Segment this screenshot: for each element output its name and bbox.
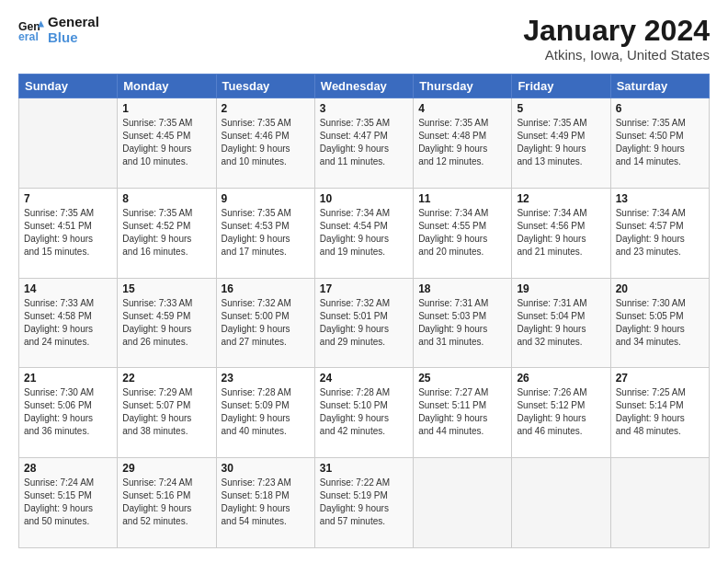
day-number: 16 — [222, 282, 310, 295]
day-number: 22 — [122, 372, 210, 385]
day-number: 7 — [24, 192, 112, 205]
day-info: Sunrise: 7:27 AMSunset: 5:11 PMDaylight:… — [418, 386, 506, 438]
calendar-cell: 1Sunrise: 7:35 AMSunset: 4:45 PMDaylight… — [118, 98, 216, 189]
calendar-cell: 18Sunrise: 7:31 AMSunset: 5:03 PMDayligh… — [414, 278, 512, 368]
weekday-header-tuesday: Tuesday — [216, 75, 314, 98]
calendar-cell: 13Sunrise: 7:34 AMSunset: 4:57 PMDayligh… — [610, 188, 709, 278]
calendar-cell — [610, 458, 709, 548]
calendar-cell: 30Sunrise: 7:23 AMSunset: 5:18 PMDayligh… — [216, 458, 314, 548]
title-block: January 2024 Atkins, Iowa, United States — [523, 15, 710, 63]
day-number: 19 — [517, 282, 605, 295]
day-info: Sunrise: 7:28 AMSunset: 5:09 PMDaylight:… — [222, 386, 310, 438]
day-info: Sunrise: 7:22 AMSunset: 5:19 PMDaylight:… — [320, 477, 408, 528]
week-row-4: 28Sunrise: 7:24 AMSunset: 5:15 PMDayligh… — [19, 458, 710, 548]
day-number: 9 — [222, 192, 310, 205]
day-info: Sunrise: 7:35 AMSunset: 4:48 PMDaylight:… — [418, 117, 506, 168]
day-number: 31 — [320, 462, 408, 475]
day-info: Sunrise: 7:34 AMSunset: 4:56 PMDaylight:… — [517, 207, 605, 259]
calendar-cell: 19Sunrise: 7:31 AMSunset: 5:04 PMDayligh… — [512, 278, 610, 368]
calendar-cell: 24Sunrise: 7:28 AMSunset: 5:10 PMDayligh… — [314, 368, 413, 458]
day-info: Sunrise: 7:32 AMSunset: 5:01 PMDaylight:… — [320, 297, 408, 349]
day-info: Sunrise: 7:34 AMSunset: 4:54 PMDaylight:… — [320, 207, 408, 259]
calendar-cell: 29Sunrise: 7:24 AMSunset: 5:16 PMDayligh… — [118, 458, 216, 548]
day-number: 26 — [517, 372, 605, 385]
week-row-3: 21Sunrise: 7:30 AMSunset: 5:06 PMDayligh… — [19, 368, 710, 458]
calendar-cell: 28Sunrise: 7:24 AMSunset: 5:15 PMDayligh… — [19, 458, 118, 548]
calendar-cell: 3Sunrise: 7:35 AMSunset: 4:47 PMDaylight… — [314, 98, 413, 189]
header: Gen eral General Blue January 2024 Atkin… — [18, 15, 710, 63]
calendar-cell: 6Sunrise: 7:35 AMSunset: 4:50 PMDaylight… — [610, 98, 709, 189]
calendar-cell: 16Sunrise: 7:32 AMSunset: 5:00 PMDayligh… — [216, 278, 314, 368]
day-info: Sunrise: 7:33 AMSunset: 4:59 PMDaylight:… — [122, 297, 210, 349]
day-info: Sunrise: 7:29 AMSunset: 5:07 PMDaylight:… — [122, 386, 210, 438]
calendar-table: SundayMondayTuesdayWednesdayThursdayFrid… — [18, 74, 710, 548]
day-info: Sunrise: 7:30 AMSunset: 5:06 PMDaylight:… — [24, 386, 112, 438]
calendar-cell: 26Sunrise: 7:26 AMSunset: 5:12 PMDayligh… — [512, 368, 610, 458]
calendar-cell: 14Sunrise: 7:33 AMSunset: 4:58 PMDayligh… — [19, 278, 118, 368]
location-title: Atkins, Iowa, United States — [523, 47, 710, 63]
calendar-cell: 22Sunrise: 7:29 AMSunset: 5:07 PMDayligh… — [118, 368, 216, 458]
day-number: 2 — [222, 102, 310, 115]
day-info: Sunrise: 7:31 AMSunset: 5:04 PMDaylight:… — [517, 297, 605, 349]
svg-text:eral: eral — [18, 30, 39, 43]
day-number: 3 — [320, 102, 408, 115]
day-number: 17 — [320, 282, 408, 295]
day-number: 5 — [517, 102, 605, 115]
day-info: Sunrise: 7:34 AMSunset: 4:55 PMDaylight:… — [418, 207, 506, 259]
day-number: 27 — [616, 372, 704, 385]
week-row-1: 7Sunrise: 7:35 AMSunset: 4:51 PMDaylight… — [19, 188, 710, 278]
day-number: 20 — [616, 282, 704, 295]
day-number: 13 — [616, 192, 704, 205]
day-info: Sunrise: 7:35 AMSunset: 4:46 PMDaylight:… — [222, 117, 310, 168]
day-info: Sunrise: 7:23 AMSunset: 5:18 PMDaylight:… — [222, 477, 310, 528]
calendar-cell: 4Sunrise: 7:35 AMSunset: 4:48 PMDaylight… — [414, 98, 512, 189]
day-number: 6 — [616, 102, 704, 115]
day-info: Sunrise: 7:31 AMSunset: 5:03 PMDaylight:… — [418, 297, 506, 349]
calendar-cell: 31Sunrise: 7:22 AMSunset: 5:19 PMDayligh… — [314, 458, 413, 548]
week-row-0: 1Sunrise: 7:35 AMSunset: 4:45 PMDaylight… — [19, 98, 710, 189]
weekday-header-thursday: Thursday — [414, 75, 512, 98]
logo: Gen eral General Blue — [18, 15, 99, 45]
day-info: Sunrise: 7:34 AMSunset: 4:57 PMDaylight:… — [616, 207, 704, 259]
day-number: 28 — [24, 462, 112, 475]
calendar-cell — [19, 98, 118, 189]
week-row-2: 14Sunrise: 7:33 AMSunset: 4:58 PMDayligh… — [19, 278, 710, 368]
day-number: 29 — [122, 462, 210, 475]
calendar-cell: 23Sunrise: 7:28 AMSunset: 5:09 PMDayligh… — [216, 368, 314, 458]
weekday-header-monday: Monday — [118, 75, 216, 98]
day-number: 4 — [418, 102, 506, 115]
day-info: Sunrise: 7:35 AMSunset: 4:52 PMDaylight:… — [122, 207, 210, 259]
day-info: Sunrise: 7:35 AMSunset: 4:50 PMDaylight:… — [616, 117, 704, 168]
day-number: 14 — [24, 282, 112, 295]
day-number: 30 — [222, 462, 310, 475]
calendar-cell: 7Sunrise: 7:35 AMSunset: 4:51 PMDaylight… — [19, 188, 118, 278]
calendar-cell — [414, 458, 512, 548]
day-number: 1 — [122, 102, 210, 115]
day-number: 12 — [517, 192, 605, 205]
day-info: Sunrise: 7:25 AMSunset: 5:14 PMDaylight:… — [616, 386, 704, 438]
day-number: 18 — [418, 282, 506, 295]
day-info: Sunrise: 7:33 AMSunset: 4:58 PMDaylight:… — [24, 297, 112, 349]
calendar-cell: 27Sunrise: 7:25 AMSunset: 5:14 PMDayligh… — [610, 368, 709, 458]
day-number: 10 — [320, 192, 408, 205]
day-info: Sunrise: 7:32 AMSunset: 5:00 PMDaylight:… — [222, 297, 310, 349]
day-info: Sunrise: 7:35 AMSunset: 4:47 PMDaylight:… — [320, 117, 408, 168]
calendar-cell: 5Sunrise: 7:35 AMSunset: 4:49 PMDaylight… — [512, 98, 610, 189]
calendar-cell: 21Sunrise: 7:30 AMSunset: 5:06 PMDayligh… — [19, 368, 118, 458]
calendar-cell — [512, 458, 610, 548]
day-info: Sunrise: 7:35 AMSunset: 4:51 PMDaylight:… — [24, 207, 112, 259]
calendar-cell: 25Sunrise: 7:27 AMSunset: 5:11 PMDayligh… — [414, 368, 512, 458]
day-info: Sunrise: 7:24 AMSunset: 5:15 PMDaylight:… — [24, 477, 112, 528]
calendar-cell: 12Sunrise: 7:34 AMSunset: 4:56 PMDayligh… — [512, 188, 610, 278]
calendar-cell: 11Sunrise: 7:34 AMSunset: 4:55 PMDayligh… — [414, 188, 512, 278]
weekday-header-saturday: Saturday — [610, 75, 709, 98]
day-info: Sunrise: 7:35 AMSunset: 4:49 PMDaylight:… — [517, 117, 605, 168]
day-info: Sunrise: 7:35 AMSunset: 4:53 PMDaylight:… — [222, 207, 310, 259]
weekday-header-wednesday: Wednesday — [314, 75, 413, 98]
day-info: Sunrise: 7:26 AMSunset: 5:12 PMDaylight:… — [517, 386, 605, 438]
calendar-page: Gen eral General Blue January 2024 Atkin… — [0, 0, 728, 563]
day-number: 25 — [418, 372, 506, 385]
day-number: 8 — [122, 192, 210, 205]
logo-blue: Blue — [48, 30, 99, 46]
day-info: Sunrise: 7:28 AMSunset: 5:10 PMDaylight:… — [320, 386, 408, 438]
